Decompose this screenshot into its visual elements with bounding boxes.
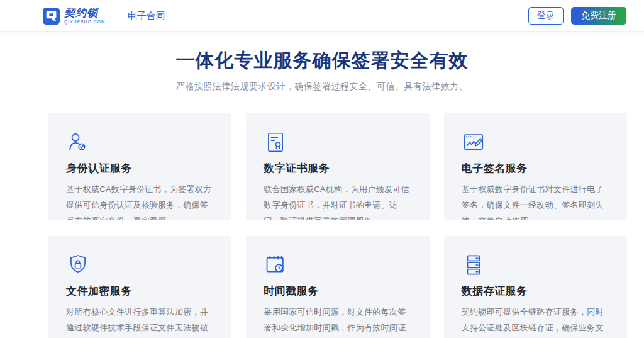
services-grid: 身份认证服务 基于权威CA数字身份证书，为签署双方提供可信身份认证及核验服务，确…	[48, 113, 627, 338]
top-navbar: 契约锁 QIYUESUO.COM 电子合同 登录 免费注册	[0, 0, 644, 32]
header-divider	[116, 9, 116, 22]
identity-check-icon	[66, 130, 90, 154]
calendar-clock-icon	[264, 253, 287, 277]
brand-logo[interactable]: 契约锁 QIYUESUO.COM	[43, 8, 106, 25]
service-card: 数据存证服务 契约锁即可提供全链路存证服务，同时支持公证处及区块链存证，确保业务…	[444, 236, 627, 338]
database-stack-icon	[462, 253, 486, 277]
service-card: 时间戳服务 采用国家可信时间源，对文件的每次签署和变化增加时间戳，作为有效时间证…	[246, 236, 429, 338]
register-button[interactable]: 免费注册	[571, 7, 626, 25]
service-card-desc: 对所有核心文件进行多重算法加密，并通过软硬件技术手段保证文件无法被破解。	[66, 304, 215, 338]
service-card-title: 数据存证服务	[462, 284, 611, 298]
service-card-title: 时间戳服务	[264, 284, 413, 298]
service-card: 文件加密服务 对所有核心文件进行多重算法加密，并通过软硬件技术手段保证文件无法被…	[48, 236, 231, 338]
service-card-title: 数字证书服务	[264, 161, 413, 176]
signature-pen-icon	[462, 130, 486, 154]
certificate-icon	[264, 130, 287, 154]
service-card: 身份认证服务 基于权威CA数字身份证书，为签署双方提供可信身份认证及核验服务，确…	[48, 113, 231, 220]
service-card-desc: 基于权威CA数字身份证书，为签署双方提供可信身份认证及核验服务，确保签署方的真实…	[66, 181, 215, 220]
service-card-desc: 联合国家权威CA机构，为用户颁发可信数字身份证书，并对证书的申请、访问、验证提供…	[264, 181, 413, 220]
brand-name: 契约锁	[64, 8, 106, 18]
main-content: 一体化专业服务确保签署安全有效 严格按照法律法规要求设计，确保签署过程安全、可信…	[0, 48, 644, 338]
brand-text: 契约锁 QIYUESUO.COM	[64, 8, 106, 25]
service-card: 数字证书服务 联合国家权威CA机构，为用户颁发可信数字身份证书，并对证书的申请、…	[246, 113, 429, 220]
login-button[interactable]: 登录	[528, 7, 564, 25]
shield-lock-icon	[66, 253, 90, 277]
qiyuesuo-logo-icon	[43, 8, 60, 25]
nav-item-econtract[interactable]: 电子合同	[128, 10, 165, 22]
brand-domain: QIYUESUO.COM	[64, 20, 106, 25]
section-title: 一体化专业服务确保签署安全有效	[0, 48, 644, 74]
section-subtitle: 严格按照法律法规要求设计，确保签署过程安全、可信、具有法律效力。	[0, 81, 644, 93]
service-card-desc: 基于权威数字身份证书对文件进行电子签名，确保文件一经改动、签名即刻失效，文件自动…	[462, 181, 611, 220]
service-card-desc: 采用国家可信时间源，对文件的每次签署和变化增加时间戳，作为有效时间证据证明文件在…	[264, 304, 413, 338]
service-card-desc: 契约锁即可提供全链路存证服务，同时支持公证处及区块链存证，确保业务文件可核验、过…	[462, 304, 611, 338]
service-card: 电子签名服务 基于权威数字身份证书对文件进行电子签名，确保文件一经改动、签名即刻…	[444, 113, 627, 220]
service-card-title: 电子签名服务	[462, 161, 611, 176]
service-card-title: 身份认证服务	[66, 161, 215, 176]
service-card-title: 文件加密服务	[66, 284, 215, 298]
